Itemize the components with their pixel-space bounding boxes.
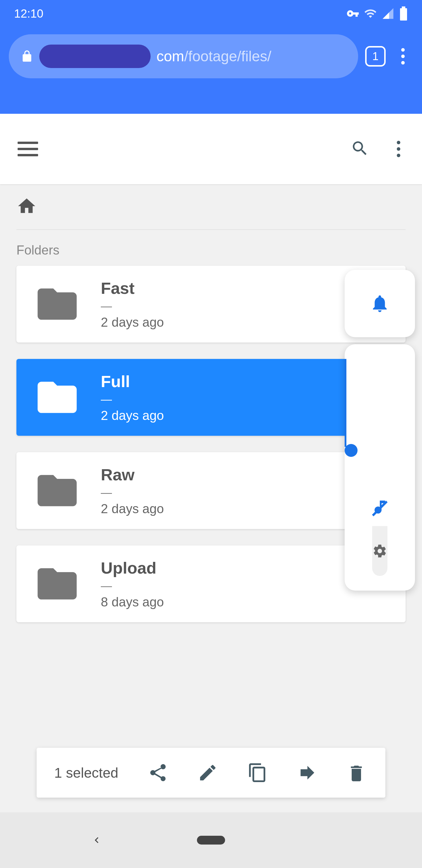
folder-date: 8 days ago — [101, 595, 164, 609]
music-off-icon — [369, 498, 390, 519]
edit-icon[interactable] — [197, 763, 218, 783]
address-bar[interactable]: com/footage/files/ — [9, 34, 358, 78]
back-button[interactable] — [91, 834, 103, 846]
delete-icon[interactable] — [347, 762, 366, 783]
volume-settings-button[interactable] — [372, 526, 387, 576]
address-row: com/footage/files/ 1 — [0, 27, 422, 86]
lock-icon — [21, 48, 33, 64]
search-button[interactable] — [351, 139, 369, 159]
volume-slider-card — [345, 344, 415, 591]
url-text: com/footage/files/ — [157, 48, 271, 65]
copy-icon[interactable] — [247, 763, 268, 783]
folder-size: — — [101, 580, 164, 592]
wifi-icon — [364, 7, 377, 20]
battery-icon — [399, 6, 408, 21]
folder-icon — [29, 560, 85, 607]
volume-slider[interactable] — [345, 359, 415, 491]
redacted-domain — [39, 44, 151, 68]
folder-date: 2 days ago — [101, 501, 164, 516]
folder-name: Upload — [101, 558, 164, 578]
browser-menu-button[interactable] — [393, 48, 413, 64]
status-icons — [347, 6, 408, 21]
vpn-key-icon — [347, 7, 359, 20]
status-time: 12:10 — [14, 7, 43, 20]
media-output-button[interactable] — [369, 491, 390, 526]
folder-size: — — [101, 487, 164, 499]
folder-size: — — [101, 300, 164, 313]
svg-rect-1 — [402, 6, 405, 8]
folder-name: Raw — [101, 465, 164, 484]
folder-date: 2 days ago — [101, 408, 164, 423]
selection-count: 1 selected — [54, 765, 119, 781]
browser-chrome: 12:10 com/footage/files/ 1 — [0, 0, 422, 114]
gear-icon — [372, 544, 387, 559]
app-menu-button[interactable] — [393, 141, 404, 157]
folder-size: — — [101, 393, 164, 406]
app-toolbar — [0, 114, 422, 184]
tab-switcher[interactable]: 1 — [365, 46, 386, 67]
bell-icon — [369, 293, 390, 314]
hamburger-menu-button[interactable] — [18, 142, 38, 156]
breadcrumb — [17, 184, 405, 230]
home-gesture-handle[interactable] — [197, 836, 225, 844]
search-icon — [351, 139, 369, 158]
svg-rect-0 — [400, 8, 407, 21]
ringer-mode-button[interactable] — [345, 270, 415, 337]
folder-name: Fast — [101, 279, 164, 298]
volume-panel — [345, 270, 415, 591]
move-icon[interactable] — [297, 763, 318, 783]
home-icon[interactable] — [17, 196, 37, 216]
status-bar: 12:10 — [0, 0, 422, 27]
folder-icon — [29, 281, 85, 328]
volume-slider-thumb[interactable] — [345, 444, 358, 457]
folder-icon — [29, 374, 85, 421]
folder-icon — [29, 467, 85, 514]
system-nav-bar — [0, 812, 422, 868]
share-icon[interactable] — [148, 763, 168, 783]
section-label: Folders — [17, 243, 405, 257]
folder-name: Full — [101, 372, 164, 391]
folder-date: 2 days ago — [101, 315, 164, 330]
signal-icon — [382, 7, 394, 20]
selection-action-bar: 1 selected — [37, 748, 385, 798]
